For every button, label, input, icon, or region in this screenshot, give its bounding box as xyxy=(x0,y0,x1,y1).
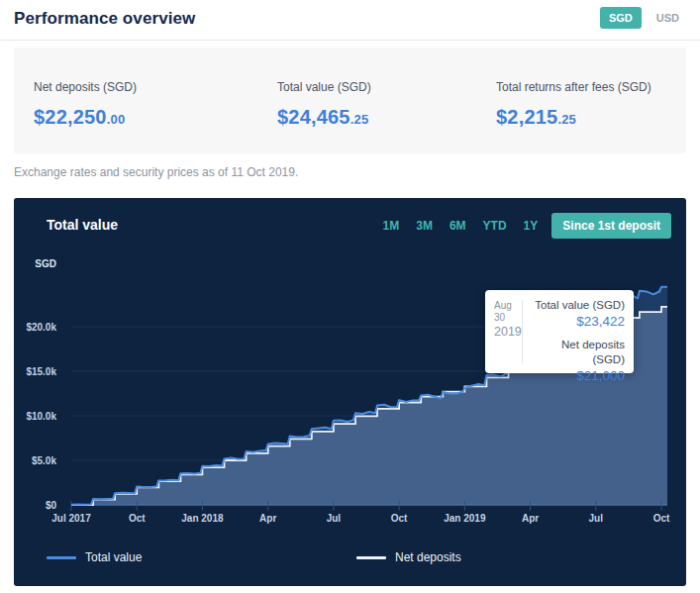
tooltip-row-total-value: Total value (SGD) $23,422 xyxy=(529,298,625,330)
stat-value: $2,215.25 xyxy=(496,106,651,129)
currency-usd-button[interactable]: USD xyxy=(650,7,686,29)
stat-value: $24,465.25 xyxy=(277,106,371,129)
range-selector: 1M 3M 6M YTD 1Y Since 1st deposit xyxy=(383,213,671,239)
currency-toggle: SGD USD xyxy=(600,7,686,29)
stat-total-returns: Total returns after fees (SGD) $2,215.25 xyxy=(496,80,651,129)
chart-title: Total value xyxy=(47,217,118,233)
range-6m[interactable]: 6M xyxy=(450,219,466,233)
range-1m[interactable]: 1M xyxy=(383,219,400,233)
svg-text:SGD: SGD xyxy=(35,258,56,269)
tooltip-date: Aug 30 2019 xyxy=(494,300,521,340)
stat-label: Net deposits (SGD) xyxy=(34,80,137,94)
range-since-first-deposit[interactable]: Since 1st deposit xyxy=(551,213,671,239)
svg-text:Oct: Oct xyxy=(129,513,146,524)
tooltip-row-net-deposits: Net deposits (SGD) $21,000 xyxy=(529,338,625,384)
svg-text:Jul: Jul xyxy=(589,513,604,524)
chart-tooltip: Aug 30 2019 Total value (SGD) $23,422 Ne… xyxy=(485,290,634,373)
stat-net-deposits: Net deposits (SGD) $22,250.00 xyxy=(34,80,137,129)
svg-text:Apr: Apr xyxy=(522,513,539,524)
exchange-rate-note: Exchange rates and security prices as of… xyxy=(14,165,298,179)
tooltip-rows: Total value (SGD) $23,422 Net deposits (… xyxy=(529,298,625,392)
svg-text:Apr: Apr xyxy=(259,513,276,524)
range-ytd[interactable]: YTD xyxy=(483,219,507,233)
page-title: Performance overview xyxy=(14,9,195,29)
svg-text:$5.0k: $5.0k xyxy=(32,455,56,466)
svg-text:Jul: Jul xyxy=(327,513,342,524)
legend-swatch-net-deposits xyxy=(356,556,386,559)
stat-value: $22,250.00 xyxy=(34,106,137,129)
stats-panel: Net deposits (SGD) $22,250.00 Total valu… xyxy=(14,48,686,153)
currency-sgd-button[interactable]: SGD xyxy=(600,7,642,29)
svg-text:Oct: Oct xyxy=(653,513,670,524)
svg-text:Oct: Oct xyxy=(391,513,408,524)
tooltip-divider xyxy=(522,300,523,363)
performance-page: Performance overview SGD USD Net deposit… xyxy=(0,0,700,593)
svg-text:Jul 2017: Jul 2017 xyxy=(51,513,91,524)
svg-text:$20.0k: $20.0k xyxy=(26,322,56,333)
range-1y[interactable]: 1Y xyxy=(524,219,539,233)
svg-text:$0: $0 xyxy=(46,500,57,511)
stat-label: Total value (SGD) xyxy=(277,80,371,94)
page-header: Performance overview SGD USD xyxy=(0,0,700,41)
range-3m[interactable]: 3M xyxy=(416,219,433,233)
svg-text:$10.0k: $10.0k xyxy=(26,411,56,422)
stat-total-value: Total value (SGD) $24,465.25 xyxy=(277,80,371,129)
chart-legend: Total value Net deposits xyxy=(14,550,686,570)
svg-text:Jan 2018: Jan 2018 xyxy=(181,513,224,524)
chart-card: Total value 1M 3M 6M YTD 1Y Since 1st de… xyxy=(14,198,686,586)
svg-text:$15.0k: $15.0k xyxy=(26,366,56,377)
svg-text:Jan 2019: Jan 2019 xyxy=(444,513,486,524)
legend-swatch-total-value xyxy=(47,556,76,559)
stat-label: Total returns after fees (SGD) xyxy=(496,80,651,94)
legend-total-value: Total value xyxy=(47,550,142,564)
legend-net-deposits: Net deposits xyxy=(356,550,461,564)
